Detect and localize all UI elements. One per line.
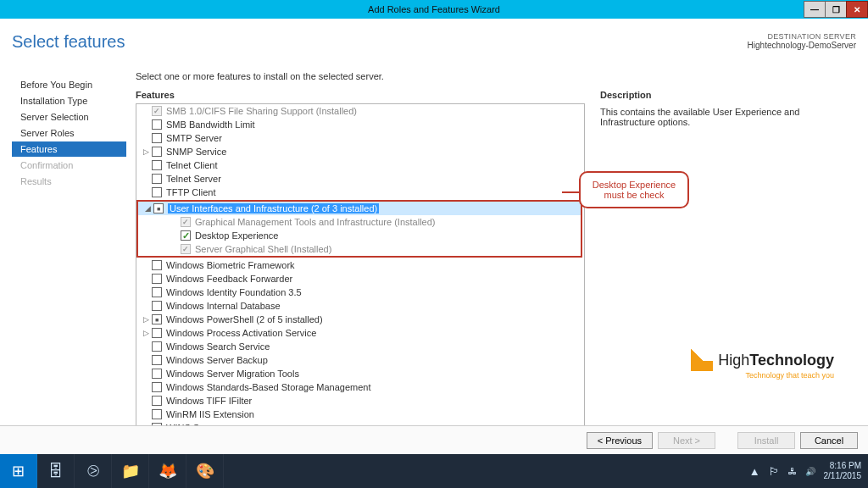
checkbox-icon[interactable] <box>153 203 164 214</box>
tray-sound-icon[interactable]: 🔊 <box>805 467 815 476</box>
annotation-highlight: ◢User Interfaces and Infrastructure (2 o… <box>136 200 582 258</box>
checkbox-icon[interactable] <box>152 409 162 419</box>
tray-time: 8:16 PM <box>824 461 862 471</box>
checkbox-icon[interactable] <box>152 119 162 130</box>
checkbox-icon[interactable] <box>152 355 162 365</box>
feature-tftp[interactable]: TFTP Client <box>136 186 584 199</box>
wizard-button-bar: < Previous Next > Install Cancel <box>0 425 868 454</box>
feature-graphical-mgmt-tools[interactable]: Graphical Management Tools and Infrastru… <box>138 215 581 229</box>
taskbar-powershell-icon[interactable]: ⧁ <box>75 454 112 488</box>
minimize-button[interactable]: — <box>804 1 826 18</box>
logo-text: HighTechnology <box>718 352 834 369</box>
feature-wif35[interactable]: Windows Identity Foundation 3.5 <box>136 286 584 299</box>
callout-line1: Desktop Experience <box>586 180 682 190</box>
feature-server-backup[interactable]: Windows Server Backup <box>136 353 584 367</box>
feature-telnet-client[interactable]: Telnet Client <box>136 158 584 172</box>
feature-server-graphical-shell[interactable]: Server Graphical Shell (Installed) <box>138 242 581 256</box>
system-tray[interactable]: ▲ 🏳 🖧 🔊 8:16 PM 2/11/2015 <box>749 454 861 488</box>
wizard-body: Select features DESTINATION SERVER Hight… <box>0 19 868 454</box>
checkbox-icon <box>181 244 191 254</box>
wizard-steps: Before You Begin Installation Type Serve… <box>12 76 126 190</box>
expander-icon[interactable]: ▷ <box>142 329 150 337</box>
feature-winrm-iis[interactable]: WinRM IIS Extension <box>136 408 584 421</box>
taskbar-server-manager-icon[interactable]: 🗄 <box>37 454 75 488</box>
checkbox-icon <box>152 106 162 116</box>
expander-icon[interactable]: ▷ <box>142 147 150 156</box>
features-list: SMB 1.0/CIFS File Sharing Support (Insta… <box>136 103 585 432</box>
title-bar: Add Roles and Features Wizard — ❐ ✕ <box>0 0 868 19</box>
tray-flag-icon[interactable]: ▲ <box>749 465 760 478</box>
step-confirmation: Confirmation <box>12 158 126 173</box>
feature-migration-tools[interactable]: Windows Server Migration Tools <box>136 367 584 380</box>
feature-snmp[interactable]: ▷SNMP Service <box>136 145 584 158</box>
cancel-button[interactable]: Cancel <box>800 432 858 449</box>
destination-value: Hightechnology-DemoServer <box>748 41 856 50</box>
tray-network-icon[interactable]: 🖧 <box>788 467 797 476</box>
tray-clock[interactable]: 8:16 PM 2/11/2015 <box>824 461 862 481</box>
next-button: Next > <box>658 432 715 449</box>
tray-date: 2/11/2015 <box>824 471 862 481</box>
feature-telnet-server[interactable]: Telnet Server <box>136 172 584 186</box>
window-title: Add Roles and Features Wizard <box>368 4 500 14</box>
feature-feedback-forwarder[interactable]: Windows Feedback Forwarder <box>136 272 584 286</box>
feature-user-interfaces-infra[interactable]: ◢User Interfaces and Infrastructure (2 o… <box>138 202 581 215</box>
description-text: This contains the available User Experie… <box>600 107 846 127</box>
taskbar-explorer-icon[interactable]: 📁 <box>112 454 149 488</box>
window-controls: — ❐ ✕ <box>804 0 868 19</box>
checkbox-icon[interactable] <box>152 274 162 284</box>
checkbox-icon[interactable] <box>152 147 162 157</box>
feature-smb-cifs[interactable]: SMB 1.0/CIFS File Sharing Support (Insta… <box>136 104 584 118</box>
close-button[interactable]: ✕ <box>846 1 868 18</box>
logo-icon <box>691 349 713 371</box>
description-heading: Description <box>600 90 652 100</box>
step-installation-type[interactable]: Installation Type <box>12 93 126 108</box>
destination-server: DESTINATION SERVER Hightechnology-DemoSe… <box>748 32 856 50</box>
checkbox-icon[interactable] <box>152 382 162 392</box>
checkbox-icon[interactable] <box>181 230 191 241</box>
maximize-button[interactable]: ❐ <box>825 1 847 18</box>
taskbar[interactable]: ⊞ 🗄 ⧁ 📁 🦊 🎨 ▲ 🏳 🖧 🔊 8:16 PM 2/11/2015 <box>0 454 868 488</box>
taskbar-paint-icon[interactable]: 🎨 <box>186 454 224 488</box>
features-scroll[interactable]: SMB 1.0/CIFS File Sharing Support (Insta… <box>136 104 584 431</box>
feature-smtp[interactable]: SMTP Server <box>136 131 584 145</box>
watermark-logo: HighTechnology <box>691 349 834 371</box>
annotation-callout: Desktop Experience must be check <box>579 171 689 208</box>
start-button[interactable]: ⊞ <box>0 454 37 488</box>
checkbox-icon[interactable] <box>152 328 162 338</box>
step-server-roles[interactable]: Server Roles <box>12 125 126 141</box>
feature-search-service[interactable]: Windows Search Service <box>136 340 584 353</box>
previous-button[interactable]: < Previous <box>587 432 653 449</box>
step-features[interactable]: Features <box>12 141 126 157</box>
intro-text: Select one or more features to install o… <box>136 71 384 81</box>
checkbox-icon[interactable] <box>152 369 162 379</box>
tray-action-center-icon[interactable]: 🏳 <box>769 465 780 478</box>
checkbox-icon[interactable] <box>152 260 162 270</box>
checkbox-icon[interactable] <box>152 301 162 311</box>
feature-storage-mgmt[interactable]: Windows Standards-Based Storage Manageme… <box>136 380 584 394</box>
checkbox-icon[interactable] <box>152 396 162 406</box>
feature-desktop-experience[interactable]: Desktop Experience <box>138 229 581 242</box>
step-server-selection[interactable]: Server Selection <box>12 109 126 125</box>
checkbox-icon[interactable] <box>152 174 162 184</box>
checkbox-icon[interactable] <box>152 133 162 143</box>
feature-tiff-ifilter[interactable]: Windows TIFF IFilter <box>136 394 584 408</box>
checkbox-icon[interactable] <box>152 287 162 297</box>
install-button: Install <box>737 432 795 449</box>
checkbox-icon <box>181 217 191 227</box>
taskbar-firefox-icon[interactable]: 🦊 <box>149 454 186 488</box>
step-results: Results <box>12 174 126 189</box>
feature-internal-db[interactable]: Windows Internal Database <box>136 299 584 313</box>
checkbox-icon[interactable] <box>152 187 162 197</box>
expander-icon[interactable]: ▷ <box>142 315 150 324</box>
checkbox-icon[interactable] <box>152 160 162 170</box>
expander-icon[interactable]: ◢ <box>143 204 152 213</box>
feature-smb-bandwidth[interactable]: SMB Bandwidth Limit <box>136 118 584 131</box>
destination-label: DESTINATION SERVER <box>748 32 856 41</box>
checkbox-icon[interactable] <box>152 314 162 324</box>
checkbox-icon[interactable] <box>152 341 162 352</box>
step-before-you-begin[interactable]: Before You Begin <box>12 77 126 92</box>
feature-biometric[interactable]: Windows Biometric Framework <box>136 258 584 272</box>
callout-line2: must be check <box>586 190 682 200</box>
feature-powershell[interactable]: ▷Windows PowerShell (2 of 5 installed) <box>136 313 584 326</box>
feature-wpas[interactable]: ▷Windows Process Activation Service <box>136 326 584 340</box>
